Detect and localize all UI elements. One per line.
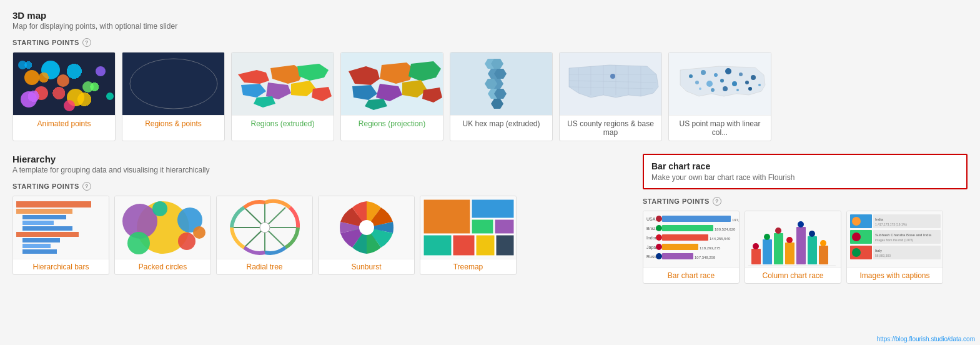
- svg-rect-64: [22, 226, 72, 231]
- svg-rect-122: [774, 233, 783, 264]
- thumb-radial-tree: [217, 196, 312, 259]
- map-help-icon[interactable]: ?: [82, 38, 91, 47]
- svg-point-49: [706, 81, 713, 87]
- svg-point-133: [820, 240, 826, 246]
- thumb-bar-chart-race: USA 197,239,843 Brazil 180,524,620 Indon…: [643, 211, 739, 268]
- svg-rect-120: [751, 249, 761, 264]
- svg-rect-123: [785, 242, 794, 264]
- svg-rect-67: [22, 244, 51, 248]
- svg-text:144,255,540: 144,255,540: [710, 237, 731, 241]
- svg-point-131: [798, 221, 804, 228]
- svg-rect-124: [796, 227, 806, 264]
- svg-rect-0: [13, 52, 115, 115]
- hierarchy-section-title: Hierarchy: [12, 154, 630, 164]
- svg-point-47: [751, 75, 756, 80]
- svg-rect-95: [453, 235, 475, 256]
- svg-point-5: [21, 91, 37, 108]
- thumb-images-with-captions: India 1,417,173,173 (19.1%) Subhash Chan…: [847, 211, 943, 268]
- thumb-column-chart-race: [745, 211, 841, 268]
- thumb-uk-hex: [450, 52, 552, 115]
- map-starting-points-label: STARTING POINTS ?: [12, 38, 968, 47]
- card-hierarchical-bars[interactable]: Hierarchical bars: [12, 196, 109, 275]
- svg-point-2: [41, 61, 60, 79]
- card-us-county-label: US county regions & base map: [560, 115, 661, 141]
- card-us-point[interactable]: US point map with linear col...: [668, 52, 771, 141]
- card-regions-points[interactable]: Regions & points: [122, 52, 225, 141]
- card-column-chart-race[interactable]: Column chart race: [745, 211, 841, 284]
- svg-point-1: [24, 70, 39, 85]
- card-bar-chart-race[interactable]: USA 197,239,843 Brazil 180,524,620 Indon…: [643, 211, 740, 284]
- svg-point-127: [753, 243, 759, 249]
- svg-point-8: [57, 74, 69, 87]
- card-images-with-captions[interactable]: India 1,417,173,173 (19.1%) Subhash Chan…: [846, 211, 943, 284]
- svg-point-54: [699, 88, 701, 90]
- svg-point-4: [82, 81, 94, 92]
- svg-rect-12: [122, 52, 224, 115]
- svg-point-129: [775, 228, 781, 234]
- map-section-header: 3D map Map for displaying points, with o…: [12, 10, 968, 31]
- card-bar-chart-race-label: Bar chart race: [643, 268, 739, 283]
- bar-chart-race-title: Bar chart race: [651, 161, 959, 171]
- svg-rect-60: [16, 201, 91, 208]
- svg-rect-61: [16, 209, 72, 214]
- svg-point-50: [720, 79, 724, 82]
- svg-point-58: [748, 87, 752, 91]
- card-regions-extruded[interactable]: Regions (extruded): [231, 52, 334, 141]
- svg-point-132: [809, 231, 815, 237]
- card-sunburst[interactable]: Sunburst: [318, 196, 415, 275]
- svg-rect-125: [808, 236, 817, 264]
- card-uk-hex[interactable]: UK hex map (extruded): [450, 52, 553, 141]
- card-treemap-label: Treemap: [420, 259, 516, 274]
- svg-point-7: [18, 61, 27, 69]
- card-radial-tree[interactable]: Radial tree: [216, 196, 313, 275]
- svg-rect-91: [472, 199, 514, 218]
- card-regions-projection-label: Regions (projection): [341, 115, 443, 132]
- card-us-point-label: US point map with linear col...: [669, 115, 771, 141]
- svg-point-88: [359, 220, 374, 235]
- card-regions-projection[interactable]: Regions (projection): [340, 52, 443, 141]
- bar-chart-race-header: Bar chart race Make your own bar chart r…: [643, 154, 968, 189]
- svg-rect-93: [495, 219, 514, 234]
- svg-rect-116: [662, 253, 693, 259]
- card-regions-extruded-label: Regions (extruded): [232, 115, 334, 132]
- svg-point-3: [34, 86, 48, 100]
- hierarchy-section-subtitle: A template for grouping data and visuali…: [12, 166, 630, 174]
- svg-point-14: [171, 73, 174, 76]
- svg-point-56: [723, 86, 728, 91]
- card-animated-points[interactable]: Animated points: [12, 52, 116, 141]
- svg-rect-94: [423, 235, 452, 256]
- svg-text:118,263,275: 118,263,275: [700, 246, 721, 250]
- card-treemap[interactable]: Treemap: [420, 196, 517, 275]
- svg-rect-63: [22, 221, 54, 225]
- svg-rect-108: [662, 234, 708, 241]
- svg-point-145: [852, 232, 861, 241]
- svg-point-17: [184, 82, 186, 85]
- card-packed-circles[interactable]: Packed circles: [114, 196, 211, 275]
- svg-rect-126: [819, 246, 828, 264]
- svg-rect-112: [662, 244, 698, 250]
- svg-point-128: [764, 234, 770, 240]
- hierarchy-help-icon[interactable]: ?: [82, 182, 91, 191]
- svg-point-101: [656, 216, 662, 222]
- svg-rect-18: [232, 52, 334, 115]
- svg-text:58,883,300: 58,883,300: [875, 254, 891, 258]
- svg-point-55: [711, 88, 715, 92]
- svg-point-51: [732, 81, 737, 86]
- race-help-icon[interactable]: ?: [713, 197, 721, 206]
- thumb-us-county: [560, 52, 661, 115]
- card-us-county[interactable]: US county regions & base map: [559, 52, 662, 141]
- svg-point-76: [193, 226, 205, 239]
- svg-point-53: [758, 84, 761, 86]
- hierarchy-starting-points-label: STARTING POINTS ?: [12, 182, 630, 191]
- svg-point-45: [725, 68, 731, 74]
- svg-rect-121: [763, 239, 772, 264]
- hierarchy-cards-row: Hierarchical bars: [12, 196, 630, 275]
- card-hierarchical-bars-label: Hierarchical bars: [13, 259, 109, 274]
- svg-point-75: [152, 201, 167, 216]
- svg-point-6: [67, 89, 84, 106]
- thumb-regions-projection: [341, 52, 443, 115]
- hierarchy-section: Hierarchy A template for grouping data a…: [12, 154, 630, 284]
- svg-text:Italy: Italy: [875, 249, 882, 252]
- svg-point-109: [656, 234, 662, 241]
- svg-point-13: [146, 76, 149, 79]
